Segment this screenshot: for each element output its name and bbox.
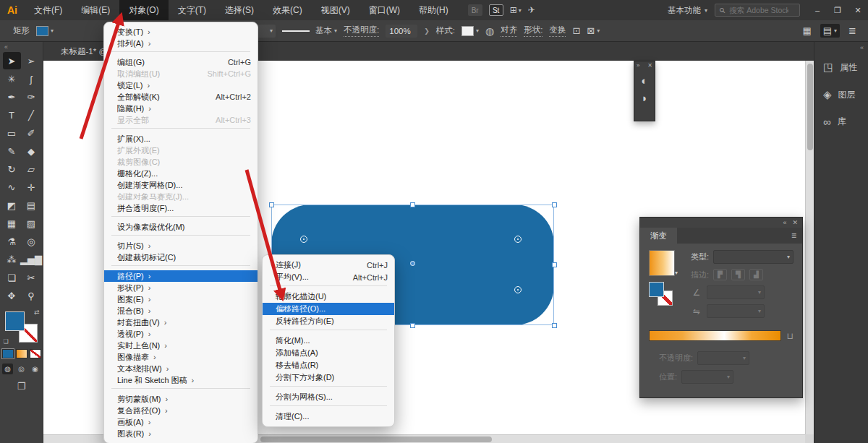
workspace-switcher[interactable]: 基本功能 ▾ xyxy=(668,5,707,16)
selection-handle[interactable] xyxy=(410,323,415,328)
mini-fill-well[interactable] xyxy=(649,282,664,297)
type-tool-icon[interactable]: T xyxy=(3,106,21,124)
menu-item[interactable]: 封套扭曲(V) › xyxy=(104,317,258,328)
default-colors-icon[interactable]: ❏ xyxy=(4,338,9,345)
mesh-tool-icon[interactable]: ▦ xyxy=(3,215,21,232)
opacity-link[interactable]: 不透明度: xyxy=(344,25,379,37)
rectangle-tool-icon[interactable]: ▭ xyxy=(3,124,21,142)
collapse-toolbar-icon[interactable]: « xyxy=(0,42,43,51)
lasso-tool-icon[interactable]: ʃ xyxy=(22,70,41,87)
stop-location-dropdown[interactable]: ▾ xyxy=(681,370,733,384)
menu-item[interactable]: 轮廓化描边(U) xyxy=(263,291,394,303)
pen-tool-icon[interactable]: ✒ xyxy=(3,88,21,106)
menubar-item-select[interactable]: 选择(S) xyxy=(216,0,263,20)
puppet-warp-tool-icon[interactable]: ✛ xyxy=(22,179,41,196)
aspect-ratio-dropdown[interactable]: ▾ xyxy=(707,304,765,318)
selection-handle[interactable] xyxy=(269,202,274,207)
chevron-down-icon[interactable]: ▾ xyxy=(675,270,678,276)
menu-item[interactable]: 形状(P) › xyxy=(104,282,258,293)
stock-search[interactable]: ⚲ xyxy=(715,4,800,17)
gradient-tab[interactable]: 渐变 xyxy=(640,228,677,244)
menu-item[interactable]: 拼合透明度(F)... xyxy=(104,202,258,214)
swap-fill-stroke-icon[interactable]: ⇄ xyxy=(34,309,40,316)
gradient-panel-icon[interactable]: ◗ xyxy=(634,92,655,104)
menu-item[interactable]: 切片(S) › xyxy=(104,240,258,251)
zoom-tool-icon[interactable]: ⚲ xyxy=(22,287,41,304)
menu-item[interactable] xyxy=(263,285,394,291)
sidebar-item-libraries[interactable]: ∞ 库 xyxy=(814,108,868,135)
menu-item[interactable]: 混合(B) › xyxy=(104,305,258,317)
menu-item[interactable]: 画板(A) › xyxy=(104,416,258,428)
menu-item[interactable]: 分割为网格(S)... xyxy=(263,391,394,403)
menubar-item-window[interactable]: 窗口(W) xyxy=(359,0,409,20)
draw-inside-mode[interactable]: ◉ xyxy=(30,364,41,374)
menu-item[interactable]: 变换(T) › xyxy=(104,26,258,38)
menu-item[interactable]: 隐藏(H) › xyxy=(104,103,258,114)
expand-panel-icon[interactable]: » xyxy=(637,62,639,69)
menubar-item-effect[interactable]: 效果(C) xyxy=(263,0,312,20)
menu-item[interactable] xyxy=(263,330,394,335)
close-button[interactable]: ✕ xyxy=(848,0,868,20)
menu-item[interactable]: Line 和 Sketch 图稿 › xyxy=(104,374,258,386)
width-tool-icon[interactable]: ∿ xyxy=(3,179,21,196)
grid-view-icon[interactable]: ▦ xyxy=(802,25,811,36)
screen-mode-button[interactable]: ❐ xyxy=(0,381,43,392)
menu-item[interactable] xyxy=(104,265,258,270)
shape-center-point[interactable] xyxy=(410,261,415,266)
share-icon[interactable]: ✈ xyxy=(528,5,535,15)
gradient-type-dropdown[interactable]: ▾ xyxy=(713,250,793,264)
shape-link[interactable]: 形状: xyxy=(524,25,542,37)
fill-color-picker[interactable]: ▾ xyxy=(36,26,54,36)
menu-item[interactable]: 创建对象马赛克(J)... xyxy=(104,191,258,202)
menu-item[interactable] xyxy=(263,386,394,391)
menu-item[interactable] xyxy=(104,51,258,56)
eyedropper-tool-icon[interactable]: ⚗ xyxy=(3,233,21,250)
style-picker[interactable]: ▾ xyxy=(461,26,479,36)
trash-icon[interactable]: ⊔ xyxy=(787,331,793,341)
more-arrow-icon[interactable]: ❯ xyxy=(424,27,430,35)
blend-tool-icon[interactable]: ◎ xyxy=(22,233,41,250)
gradient-tool-icon[interactable]: ▨ xyxy=(22,215,41,232)
corner-widget[interactable] xyxy=(514,286,522,293)
line-segment-tool-icon[interactable]: ╱ xyxy=(22,106,41,124)
curvature-tool-icon[interactable]: ✑ xyxy=(22,88,41,106)
vertical-scrollbar[interactable] xyxy=(805,61,814,434)
bridge-icon[interactable]: Br xyxy=(468,4,482,16)
menubar-item-type[interactable]: 文字(T) xyxy=(169,0,216,20)
menu-item[interactable]: 反转路径方向(E) xyxy=(263,315,394,327)
menu-item[interactable]: 偏移路径(O)... xyxy=(263,303,394,315)
menu-item[interactable]: 全部解锁(K) Alt+Ctrl+2 xyxy=(104,91,258,103)
menu-item[interactable]: 设为像素级优化(M) xyxy=(104,221,258,233)
menu-item[interactable]: 显示全部 Alt+Ctrl+3 xyxy=(104,114,258,126)
align-artboard-button[interactable]: ⊡ xyxy=(572,25,580,36)
rotate-tool-icon[interactable]: ↻ xyxy=(3,160,21,178)
menubar-item-help[interactable]: 帮助(H) xyxy=(409,0,458,20)
menu-item[interactable] xyxy=(104,388,258,393)
minimize-button[interactable]: – xyxy=(807,0,827,20)
menu-item[interactable] xyxy=(104,235,258,240)
direct-selection-tool-icon[interactable]: ➢ xyxy=(22,52,41,69)
shape-builder-tool-icon[interactable]: ◩ xyxy=(3,197,21,214)
panel-menu-icon[interactable]: ≡ xyxy=(791,231,796,241)
menu-item[interactable]: 移去锚点(R) xyxy=(263,359,394,371)
menubar-item-object[interactable]: 对象(O) xyxy=(119,0,168,20)
menu-item[interactable]: 透视(P) › xyxy=(104,328,258,340)
angle-dropdown[interactable]: ▾ xyxy=(707,285,765,299)
menu-item[interactable]: 裁剪图像(C) xyxy=(104,156,258,168)
list-view-icon[interactable]: ≣ xyxy=(848,25,856,36)
transform-link[interactable]: 变换 xyxy=(549,25,566,37)
opacity-value[interactable]: 100% xyxy=(386,25,417,38)
vertical-scroll-thumb[interactable] xyxy=(807,64,813,150)
search-input[interactable] xyxy=(728,5,790,15)
color-button[interactable] xyxy=(2,349,14,358)
expand-panels-icon[interactable]: « xyxy=(814,42,868,53)
menu-item[interactable]: 取消编组(U) Shift+Ctrl+G xyxy=(104,68,258,79)
menu-item[interactable]: 排列(A) › xyxy=(104,38,258,49)
menubar-item-edit[interactable]: 编辑(E) xyxy=(72,0,119,20)
menu-item[interactable]: 创建渐变网格(D)... xyxy=(104,179,258,191)
menu-item[interactable]: 分割下方对象(D) xyxy=(263,371,394,384)
slice-tool-icon[interactable]: ✂ xyxy=(22,269,41,286)
restore-button[interactable]: ❐ xyxy=(827,0,848,20)
pencil-tool-icon[interactable]: ✎ xyxy=(3,142,21,160)
selection-handle[interactable] xyxy=(552,262,557,267)
